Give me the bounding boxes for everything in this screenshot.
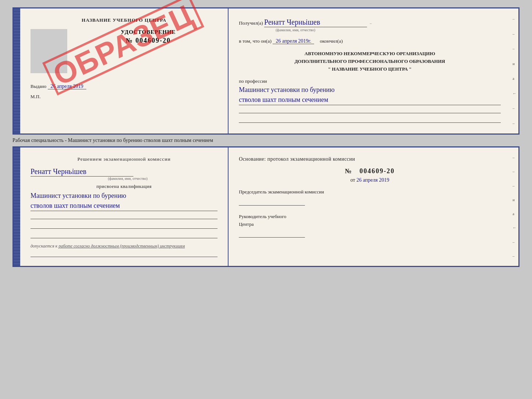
bottom-underline2 — [30, 221, 218, 229]
side-marks-top: – – – и а ← – – — [511, 8, 518, 133]
cert-bottom-left: Решением экзаменационной комиссии Ренатт… — [20, 147, 229, 266]
cert-doc-label: УДОСТОВЕРЕНИЕ — [79, 29, 218, 35]
number-label: № — [345, 167, 352, 175]
completion-date: 26 апреля 2019г. — [273, 38, 314, 44]
cert-bottom-right: Основание: протокол экзаменационной коми… — [229, 147, 511, 266]
cert-spine-bottom — [14, 147, 20, 266]
issued-label: Выдано — [30, 83, 46, 89]
head-label-line1: Руководитель учебного — [239, 213, 501, 221]
qual-line2: стволов шахт полным сечением — [30, 201, 218, 211]
underline2 — [239, 115, 501, 123]
bottom-recipient-name: Ренатт Черньішев — [30, 167, 133, 177]
cert-photo — [30, 29, 67, 73]
bottom-underline1 — [30, 211, 218, 219]
допускается-block: допускается к работе согласно должностны… — [30, 243, 218, 249]
bottom-name-block: Ренатт Черньішев (фамилия, имя, отчество… — [30, 167, 218, 181]
cert-mp: М.П. — [30, 94, 218, 100]
received-line: Получил(а) Ренатт Черньішев – (фамилия, … — [239, 17, 501, 33]
org-line3: " НАЗВАНИЕ УЧЕБНОГО ЦЕНТРА " — [239, 65, 501, 73]
profession-line1: Машинист установки по бурению — [239, 85, 501, 95]
bottom-underline3 — [30, 230, 218, 238]
bottom-underline4 — [30, 249, 218, 257]
date-prefix: от — [351, 177, 355, 183]
profession-label: по профессии — [239, 78, 501, 84]
bottom-qualification-block: Машинист установки по бурению стволов ша… — [30, 191, 218, 211]
chairman-label: Председатель экзаменационной комиссии — [239, 189, 324, 195]
finished-label: окончил(а) — [320, 38, 343, 44]
head-block: Руководитель учебного Центра — [239, 213, 501, 238]
base-label: Основание: протокол экзаменационной коми… — [239, 156, 501, 162]
name-sublabel: (фамилия, имя, отчество) — [276, 27, 501, 33]
допускается-text: работе согласно должностным (производств… — [58, 243, 185, 249]
qualification-label: присвоена квалификация — [30, 184, 218, 189]
chairman-block: Председатель экзаменационной комиссии — [239, 188, 501, 206]
cert-top-book: НАЗВАНИЕ УЧЕБНОГО ЦЕНТРА УДОСТОВЕРЕНИЕ №… — [12, 7, 520, 135]
head-label-line2: Центра — [239, 221, 501, 228]
profession-line2: стволов шахт полным сечением — [239, 95, 501, 105]
bottom-name-sublabel: (фамилия, имя, отчество) — [38, 177, 218, 181]
bottom-date-line: от 26 апреля 2019 — [239, 177, 501, 183]
qual-line1: Машинист установки по бурению — [30, 191, 218, 201]
cert-top-title: НАЗВАНИЕ УЧЕБНОГО ЦЕНТРА — [30, 17, 218, 23]
document-wrapper: НАЗВАНИЕ УЧЕБНОГО ЦЕНТРА УДОСТОВЕРЕНИЕ №… — [12, 7, 520, 267]
issued-date: 26 апреля 2019 — [48, 83, 86, 89]
допускается-label: допускается к — [30, 243, 57, 249]
cert-issued-line: Выдано 26 апреля 2019 — [30, 83, 218, 89]
description-line: Рабочая специальность - Машинист установ… — [12, 135, 520, 146]
in-that-line: в том, что он(а) 26 апреля 2019г. окончи… — [239, 37, 501, 45]
side-marks-bottom: – – – и а ← – – — [511, 147, 518, 266]
chairman-sig-line — [239, 197, 305, 206]
in-that-label: в том, что он(а) — [239, 38, 272, 44]
received-label: Получил(а) — [239, 20, 263, 26]
cert-top-left: НАЗВАНИЕ УЧЕБНОГО ЦЕНТРА УДОСТОВЕРЕНИЕ №… — [20, 8, 229, 133]
decision-label: Решением экзаменационной комиссии — [30, 156, 218, 162]
bottom-number: 004609-20 — [359, 167, 395, 175]
recipient-name: Ренатт Черньішев — [264, 17, 367, 27]
cert-top-right: Получил(а) Ренатт Черньішев – (фамилия, … — [229, 8, 511, 133]
underline1 — [239, 105, 501, 113]
cert-bottom-book: Решением экзаменационной комиссии Ренатт… — [12, 146, 520, 267]
bottom-date: 26 апреля 2019 — [356, 177, 389, 183]
cert-doc-number: № 004609-20 — [79, 37, 218, 44]
org-line2: ДОПОЛНИТЕЛЬНОГО ПРОФЕССИОНАЛЬНОГО ОБРАЗО… — [239, 58, 501, 65]
head-sig-line — [239, 229, 305, 238]
bottom-doc-number: № 004609-20 — [239, 167, 501, 175]
profession-block: по профессии Машинист установки по бурен… — [239, 78, 501, 123]
org-line1: АВТОНОМНУЮ НЕКОММЕРЧЕСКУЮ ОРГАНИЗАЦИЮ — [239, 50, 501, 58]
cert-spine-top — [14, 8, 20, 133]
org-block: АВТОНОМНУЮ НЕКОММЕРЧЕСКУЮ ОРГАНИЗАЦИЮ ДО… — [239, 50, 501, 73]
